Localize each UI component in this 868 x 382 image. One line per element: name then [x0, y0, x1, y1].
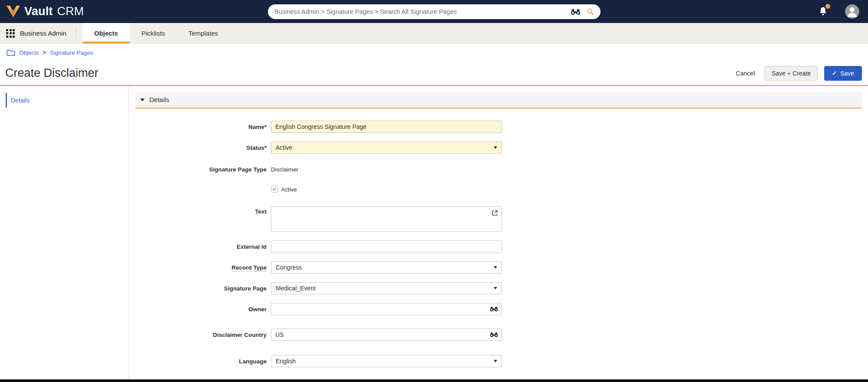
- text-label: Text: [135, 206, 267, 215]
- details-section-header[interactable]: Details: [135, 92, 862, 109]
- binoculars-icon[interactable]: [571, 9, 581, 15]
- external-id-label: External Id: [135, 244, 267, 250]
- signature-page-type-value: Disclaimer: [271, 166, 298, 173]
- user-avatar[interactable]: [845, 4, 859, 19]
- status-select[interactable]: Active: [271, 142, 502, 154]
- vault-crm-logo[interactable]: Vault CRM: [6, 5, 84, 18]
- window-bottom-edge: [0, 379, 868, 382]
- brand-crm-text: CRM: [57, 5, 84, 18]
- notification-badge: [825, 4, 830, 9]
- app-grid-icon: [6, 29, 15, 38]
- page-title: Create Disclaimer: [5, 66, 99, 80]
- name-label: Name*: [135, 124, 267, 130]
- record-type-select[interactable]: Congress: [271, 261, 502, 273]
- chevron-down-icon: [494, 360, 497, 362]
- active-checkbox[interactable]: ✓: [271, 186, 278, 193]
- app-switcher[interactable]: Business Admin: [0, 23, 76, 43]
- save-button[interactable]: ✓ Save: [824, 66, 862, 81]
- folder-icon: [7, 49, 15, 56]
- create-disclaimer-form: Name* Status* Active Signature Page Type: [135, 109, 862, 367]
- breadcrumb-objects-link[interactable]: Objects: [19, 49, 39, 56]
- global-search-bar[interactable]: [268, 4, 601, 19]
- check-icon: ✓: [832, 70, 837, 76]
- owner-label: Owner: [135, 306, 267, 313]
- app-name-label: Business Admin: [20, 30, 66, 37]
- vault-v-icon: [6, 5, 20, 18]
- nav-divider: [76, 27, 76, 39]
- chevron-down-icon: [494, 266, 497, 269]
- language-label: Language: [135, 358, 267, 365]
- disclaimer-country-label: Disclaimer Country: [135, 332, 267, 338]
- form-panel: Details Name* Status* Active: [129, 86, 868, 379]
- signature-page-label: Signature Page: [135, 285, 267, 292]
- language-select-value: English: [276, 358, 296, 365]
- signature-page-type-label: Signature Page Type: [135, 166, 267, 173]
- disclaimer-country-input[interactable]: [271, 329, 502, 341]
- external-id-input[interactable]: [271, 240, 502, 253]
- record-type-select-value: Congress: [276, 264, 302, 271]
- collapse-caret-icon: [140, 99, 145, 101]
- save-button-label: Save: [840, 70, 854, 77]
- tab-templates[interactable]: Templates: [177, 23, 230, 43]
- language-select[interactable]: English: [271, 355, 502, 367]
- top-header: Vault CRM: [0, 0, 868, 23]
- breadcrumb-separator: >: [43, 49, 46, 56]
- status-label: Status*: [135, 145, 267, 151]
- breadcrumb-signature-pages-link[interactable]: Signature Pages: [50, 49, 93, 56]
- owner-input[interactable]: [271, 303, 502, 315]
- chevron-down-icon: [494, 287, 497, 290]
- section-sidebar: Details: [0, 86, 129, 379]
- record-type-label-text: Record Type: [231, 264, 267, 272]
- cancel-button[interactable]: Cancel: [733, 67, 759, 79]
- checkmark-icon: ✓: [272, 186, 277, 192]
- tab-objects[interactable]: Objects: [83, 23, 130, 43]
- sidebar-item-label: Details: [11, 97, 30, 104]
- signature-page-select[interactable]: Medical_Event: [271, 282, 502, 294]
- app-nav-bar: Business Admin Objects Picklists Templat…: [0, 23, 868, 44]
- details-section-title: Details: [149, 96, 169, 103]
- breadcrumb: Objects > Signature Pages: [0, 44, 868, 61]
- binoculars-icon[interactable]: [490, 306, 498, 312]
- expand-editor-icon[interactable]: [491, 209, 498, 217]
- signature-page-select-value: Medical_Event: [276, 285, 316, 292]
- text-textarea[interactable]: [271, 206, 502, 232]
- search-icon[interactable]: [587, 8, 594, 15]
- name-input[interactable]: [271, 121, 502, 133]
- record-type-label: Record Type: [135, 264, 267, 271]
- active-checkbox-label: Active: [281, 186, 297, 193]
- brand-vault-text: Vault: [24, 5, 53, 18]
- page-header: Create Disclaimer Cancel Save + Create ✓…: [0, 61, 868, 85]
- status-select-value: Active: [276, 144, 292, 151]
- chevron-down-icon: [494, 146, 497, 149]
- save-create-button[interactable]: Save + Create: [765, 66, 818, 81]
- sidebar-item-details[interactable]: Details: [6, 93, 129, 108]
- binoculars-icon[interactable]: [490, 332, 498, 337]
- tab-picklists[interactable]: Picklists: [130, 23, 177, 43]
- search-input[interactable]: [274, 8, 571, 15]
- notifications-bell-icon[interactable]: [818, 6, 828, 17]
